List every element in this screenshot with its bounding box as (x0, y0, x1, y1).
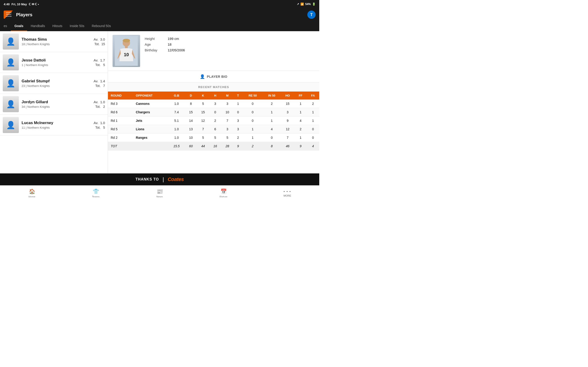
nav-home-label: Home (28, 195, 35, 198)
player-meta: 1 | Northern Knights (22, 63, 84, 67)
col-k: K (197, 92, 209, 100)
player-info: Jesse Dattoli 1 | Northern Knights (22, 58, 84, 67)
table-row: Rd 1Jets5.1141227301941 (108, 117, 319, 125)
tab-es[interactable]: es (0, 21, 11, 31)
stat-average: Av. 1.0 (86, 121, 105, 125)
app-logo: COATESTALENTLEAGUE (4, 10, 14, 19)
player-stats: Av. 1.0 Tot. 5 (86, 121, 105, 129)
nav-more[interactable]: • • • MORE (255, 190, 319, 197)
player-list: 👤 Thomas Sims 18 | Northern Knights Av. … (0, 31, 108, 173)
age-label: Age (145, 42, 163, 46)
player-silhouette-icon: 👤 (6, 58, 15, 67)
list-item[interactable]: 👤 Gabriel Stumpf 23 | Northern Knights A… (0, 73, 108, 94)
player-bio-button[interactable]: 👤 PLAYER BIO (108, 71, 319, 83)
player-meta: 11 | Northern Knights (22, 126, 84, 129)
list-item[interactable]: 👤 Thomas Sims 18 | Northern Knights Av. … (0, 31, 108, 52)
status-left: 4:40 Fri, 10 May ℂ ✉ ℂ • (4, 2, 39, 6)
nav-fixture-label: Fixture (220, 195, 227, 198)
list-item[interactable]: 👤 Jordyn Gillard 34 | Northern Knights A… (0, 94, 108, 115)
svg-text:10: 10 (124, 52, 129, 57)
col-ff: FF (294, 92, 307, 100)
status-date: Fri, 10 May (11, 2, 27, 6)
stat-average: Av. 1.0 (86, 100, 105, 104)
wifi-icon: 📶 (300, 2, 304, 6)
stat-total: Tot. 2 (86, 105, 105, 108)
birthday-label: Birthday (145, 48, 163, 52)
player-profile: 10 Height 199 cm Age 18 (108, 31, 319, 71)
age-row: Age 18 (145, 42, 315, 46)
player-meta: 34 | Northern Knights (22, 105, 84, 108)
nav-news[interactable]: 📰 News (128, 189, 191, 198)
teams-icon: 👕 (93, 189, 99, 194)
player-silhouette-icon: 👤 (6, 121, 15, 129)
player-name: Lucas McInerney (22, 121, 84, 125)
avatar: 👤 (3, 75, 19, 91)
page-title: Players (16, 12, 32, 17)
height-row: Height 199 cm (145, 37, 315, 41)
status-bar: 4:40 Fri, 10 May ℂ ✉ ℂ • ↗ 📶 54% 🔋 (0, 0, 319, 8)
status-time: 4:40 (4, 2, 10, 6)
profile-photo: 10 (112, 35, 140, 67)
birthday-row: Birthday 12/05/2006 (145, 48, 315, 52)
stat-total: Tot. 7 (86, 84, 105, 88)
col-d: D (185, 92, 197, 100)
battery-level: 54% (305, 2, 311, 6)
col-m: M (221, 92, 233, 100)
matches-table-wrapper: ROUND OPPONENT G.B D K H M T RE 50 IN 50… (108, 92, 319, 150)
list-item[interactable]: 👤 Lucas McInerney 11 | Northern Knights … (0, 115, 108, 135)
signal-icon: ↗ (297, 2, 299, 6)
player-silhouette-icon: 👤 (6, 37, 15, 46)
stat-average: Av. 3.0 (86, 37, 105, 41)
table-header-row: ROUND OPPONENT G.B D K H M T RE 50 IN 50… (108, 92, 319, 100)
player-meta: 18 | Northern Knights (22, 42, 84, 46)
player-info: Gabriel Stumpf 23 | Northern Knights (22, 79, 84, 88)
col-ho: HO (281, 92, 294, 100)
profile-stats: Height 199 cm Age 18 Birthday 12/05/2006 (145, 35, 315, 54)
tab-goals[interactable]: Goals (11, 21, 27, 31)
fixture-icon: 📅 (221, 189, 227, 194)
col-t: T (233, 92, 242, 100)
birthday-value: 12/05/2006 (168, 48, 185, 52)
table-row: Rd 5Lions1.0137633141220 (108, 125, 319, 133)
player-photo-svg: 10 (115, 36, 138, 66)
stat-total: Tot. 5 (86, 126, 105, 129)
player-name: Gabriel Stumpf (22, 79, 84, 83)
height-value: 199 cm (168, 37, 179, 41)
player-name: Jordyn Gillard (22, 100, 84, 104)
player-silhouette-icon: 👤 (6, 79, 15, 88)
bottom-nav: 🏠 Home 👕 Teams 📰 News 📅 Fixture • • • MO… (0, 185, 319, 197)
nav-home[interactable]: 🏠 Home (0, 189, 64, 198)
col-gb: G.B (168, 92, 185, 100)
tab-handballs[interactable]: Handballs (27, 21, 49, 31)
col-h: H (209, 92, 221, 100)
banner-thanks-text: THANKS TO (136, 177, 159, 181)
player-info: Lucas McInerney 11 | Northern Knights (22, 121, 84, 129)
nav-teams[interactable]: 👕 Teams (64, 189, 128, 198)
home-icon: 🏠 (29, 189, 35, 194)
app-header: COATESTALENTLEAGUE Players T (0, 8, 319, 21)
col-opponent: OPPONENT (134, 92, 168, 100)
avatar: 👤 (3, 33, 19, 50)
col-re50: RE 50 (242, 92, 262, 100)
player-stats: Av. 3.0 Tot. 15 (86, 37, 105, 46)
nav-news-label: News (156, 195, 163, 198)
tab-rebound50s[interactable]: Rebound 50s (88, 21, 114, 31)
list-item[interactable]: 👤 Jesse Dattoli 1 | Northern Knights Av.… (0, 52, 108, 73)
stat-total: Tot. 5 (86, 63, 105, 67)
sponsor-banner: THANKS TO | Coates (0, 173, 319, 185)
banner-divider-icon: | (163, 176, 164, 183)
player-info: Jordyn Gillard 34 | Northern Knights (22, 100, 84, 108)
recent-matches-header: RECENT MATCHES (108, 83, 319, 92)
age-value: 18 (168, 42, 172, 46)
news-icon: 📰 (157, 189, 163, 194)
avatar: 👤 (3, 54, 19, 70)
col-fa: FA (307, 92, 319, 100)
tab-inside50s[interactable]: Inside 50s (66, 21, 88, 31)
player-meta: 23 | Northern Knights (22, 84, 84, 88)
player-stats: Av. 1.7 Tot. 5 (86, 58, 105, 67)
bio-btn-label: PLAYER BIO (207, 75, 227, 78)
player-silhouette-icon: 👤 (6, 100, 15, 108)
tab-hitouts[interactable]: Hitouts (49, 21, 66, 31)
col-round: ROUND (108, 92, 134, 100)
nav-fixture[interactable]: 📅 Fixture (191, 189, 255, 198)
